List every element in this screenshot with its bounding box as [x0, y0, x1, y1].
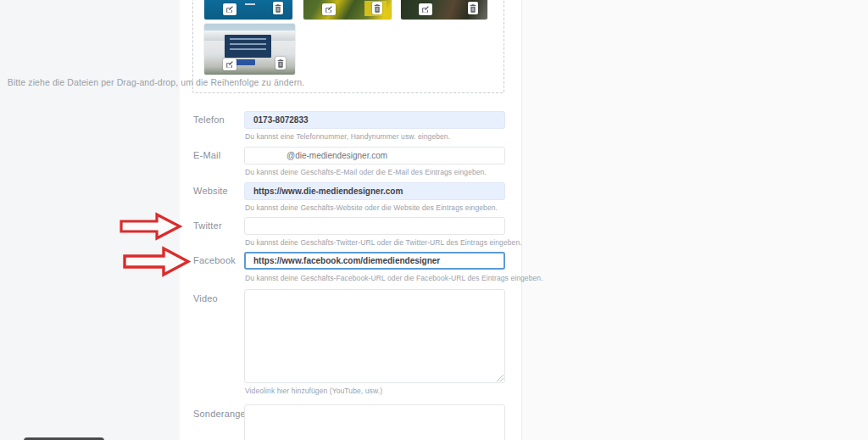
telefon-input[interactable]: [244, 111, 505, 129]
sonderangebote-textarea[interactable]: [244, 404, 505, 440]
thumbnail-decor: [245, 3, 255, 5]
twitter-helper: Du kannst deine Geschäfts-Twitter-URL od…: [245, 238, 516, 247]
edit-image-button[interactable]: [223, 3, 236, 15]
website-input[interactable]: [244, 182, 505, 200]
video-helper: Videolink hier hinzufügen (YouTube, usw.…: [245, 387, 516, 395]
telefon-label: Telefon: [193, 111, 244, 129]
website-helper: Du kannst deine Geschäfts-Website oder d…: [245, 203, 516, 212]
delete-image-button[interactable]: [273, 2, 283, 14]
twitter-input[interactable]: [244, 217, 505, 235]
delete-image-button[interactable]: [468, 2, 478, 14]
edit-image-button[interactable]: [322, 3, 336, 15]
gallery-thumbnail-1[interactable]: [204, 0, 292, 19]
drag-drop-hint: Bitte ziehe die Dateien per Drag-and-dro…: [0, 77, 312, 89]
email-input[interactable]: [244, 147, 505, 164]
facebook-label: Facebook: [193, 252, 244, 270]
delete-image-button[interactable]: [275, 57, 286, 70]
left-gutter: [0, 0, 180, 440]
gallery-thumbnail-2[interactable]: [303, 0, 392, 19]
facebook-helper: Du kannst deine Geschäfts-Facebook-URL o…: [245, 274, 516, 282]
edit-image-button[interactable]: [223, 58, 236, 70]
trash-icon: [374, 4, 381, 13]
email-label: E-Mail: [193, 147, 244, 164]
email-helper: Du kannst deine Geschäfts-E-Mail oder di…: [245, 168, 516, 176]
website-label: Website: [193, 182, 244, 200]
edit-icon: [325, 5, 333, 14]
telefon-helper: Du kannst eine Telefonnummer, Handynumme…: [245, 132, 516, 141]
sonderangebote-label: Sonderangebote: [193, 404, 244, 416]
edit-icon: [225, 5, 234, 14]
trash-icon: [470, 4, 476, 13]
listing-edit-page: { "colors": { "arrow_red": "#dc2b2b", "f…: [0, 0, 868, 440]
trash-icon: [275, 4, 281, 13]
twitter-label: Twitter: [193, 217, 244, 235]
edit-image-button[interactable]: [419, 3, 432, 15]
trash-icon: [277, 59, 284, 68]
edit-icon: [421, 5, 430, 14]
video-textarea[interactable]: [244, 289, 505, 383]
gallery-thumbnail-3[interactable]: [401, 0, 487, 19]
video-label: Video: [193, 289, 244, 301]
edit-icon: [225, 60, 234, 69]
gallery-thumbnail-4[interactable]: [204, 24, 295, 75]
facebook-input[interactable]: [244, 252, 505, 270]
delete-image-button[interactable]: [372, 2, 382, 14]
thumbnail-decor: [225, 35, 272, 57]
